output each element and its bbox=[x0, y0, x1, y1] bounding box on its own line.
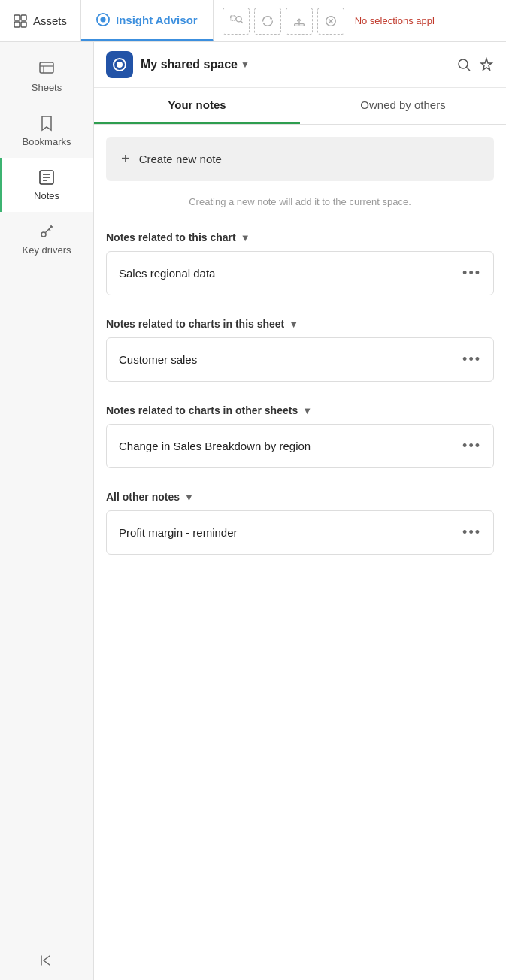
space-name[interactable]: My shared space ▼ bbox=[141, 58, 250, 71]
note-card-menu[interactable]: ••• bbox=[462, 265, 481, 281]
note-card-profit-margin[interactable]: Profit margin - reminder ••• bbox=[106, 510, 494, 555]
section-related-other-sheets-title: Notes related to charts in other sheets bbox=[106, 404, 298, 416]
space-header: My shared space ▼ bbox=[94, 42, 506, 88]
sidebar-item-sheets[interactable]: Sheets bbox=[0, 50, 93, 104]
section-related-sheet[interactable]: Notes related to charts in this sheet ▼ bbox=[94, 306, 506, 337]
export-icon[interactable] bbox=[286, 8, 313, 35]
no-selection-label: No selections appl bbox=[355, 15, 435, 26]
tab-your-notes[interactable]: Your notes bbox=[94, 88, 300, 124]
sidebar-item-bookmarks[interactable]: Bookmarks bbox=[0, 104, 93, 158]
note-card-menu[interactable]: ••• bbox=[462, 525, 481, 540]
svg-line-25 bbox=[49, 229, 50, 231]
collapse-icon bbox=[39, 953, 54, 968]
note-card-title: Customer sales bbox=[119, 353, 197, 366]
assets-icon bbox=[14, 14, 27, 28]
sheets-icon bbox=[38, 60, 56, 78]
key-drivers-icon bbox=[38, 222, 56, 240]
svg-line-8 bbox=[241, 21, 243, 23]
section-related-sheet-chevron: ▼ bbox=[289, 319, 298, 330]
create-note-button[interactable]: + Create new note bbox=[106, 137, 494, 181]
section-all-other-notes[interactable]: All other notes ▼ bbox=[94, 479, 506, 510]
assets-label: Assets bbox=[33, 14, 67, 27]
notes-label: Notes bbox=[34, 190, 59, 201]
section-related-other-sheets[interactable]: Notes related to charts in other sheets … bbox=[94, 392, 506, 424]
note-card-customer-sales[interactable]: Customer sales ••• bbox=[106, 337, 494, 382]
sidebar-item-notes[interactable]: Notes bbox=[0, 158, 93, 212]
svg-rect-14 bbox=[40, 62, 53, 73]
insight-label: Insight Advisor bbox=[116, 14, 198, 26]
sidebar-collapse-button[interactable] bbox=[0, 941, 93, 980]
svg-rect-0 bbox=[14, 15, 20, 20]
note-card-menu[interactable]: ••• bbox=[462, 438, 481, 454]
search-select-icon[interactable] bbox=[223, 8, 250, 35]
clear-selection-icon[interactable] bbox=[317, 8, 344, 35]
section-all-other-notes-chevron: ▼ bbox=[184, 492, 194, 503]
main-layout: Sheets Bookmarks Notes bbox=[0, 42, 506, 980]
section-related-chart[interactable]: Notes related to this chart ▼ bbox=[94, 219, 506, 251]
section-related-chart-title: Notes related to this chart bbox=[106, 231, 236, 243]
section-related-sheet-title: Notes related to charts in this sheet bbox=[106, 318, 284, 330]
svg-rect-2 bbox=[14, 22, 20, 27]
space-icon bbox=[106, 51, 133, 78]
pin-icon[interactable] bbox=[479, 57, 494, 72]
create-note-hint: Creating a new note will add it to the c… bbox=[106, 196, 494, 207]
svg-line-30 bbox=[467, 68, 471, 71]
bookmarks-label: Bookmarks bbox=[22, 136, 71, 147]
note-card-change-sales[interactable]: Change in Sales Breakdown by region ••• bbox=[106, 424, 494, 468]
plus-icon: + bbox=[121, 150, 130, 168]
svg-rect-6 bbox=[230, 15, 235, 20]
sidebar-item-key-drivers[interactable]: Key drivers bbox=[0, 212, 93, 266]
create-note-label: Create new note bbox=[139, 153, 222, 165]
refresh-icon[interactable] bbox=[254, 8, 281, 35]
note-card-title: Change in Sales Breakdown by region bbox=[119, 440, 311, 452]
section-related-other-sheets-chevron: ▼ bbox=[302, 405, 312, 416]
section-all-other-notes-title: All other notes bbox=[106, 491, 180, 503]
svg-point-21 bbox=[41, 232, 46, 237]
content-panel: My shared space ▼ Your notes Owned by ot… bbox=[94, 42, 506, 980]
note-card-sales-regional[interactable]: Sales regional data ••• bbox=[106, 251, 494, 295]
sheets-label: Sheets bbox=[32, 82, 62, 93]
svg-rect-3 bbox=[21, 22, 26, 27]
bookmarks-icon bbox=[38, 114, 56, 132]
assets-tab[interactable]: Assets bbox=[0, 0, 81, 41]
space-header-actions bbox=[456, 57, 494, 72]
svg-rect-1 bbox=[21, 15, 26, 20]
insight-advisor-tab[interactable]: Insight Advisor bbox=[81, 0, 214, 41]
svg-point-28 bbox=[117, 62, 123, 68]
tabs: Your notes Owned by others bbox=[94, 88, 506, 125]
note-card-menu[interactable]: ••• bbox=[462, 352, 481, 368]
insight-icon bbox=[96, 13, 110, 26]
svg-point-5 bbox=[100, 17, 105, 22]
top-bar-actions: No selections appl bbox=[214, 8, 506, 35]
space-logo-icon bbox=[111, 56, 128, 73]
sidebar: Sheets Bookmarks Notes bbox=[0, 42, 94, 980]
note-card-title: Sales regional data bbox=[119, 267, 215, 280]
section-related-chart-chevron: ▼ bbox=[241, 232, 250, 243]
top-bar: Assets Insight Advisor No selections app… bbox=[0, 0, 506, 42]
note-card-title: Profit margin - reminder bbox=[119, 526, 238, 539]
space-dropdown-icon: ▼ bbox=[241, 59, 250, 70]
key-drivers-label: Key drivers bbox=[22, 244, 71, 256]
notes-icon bbox=[38, 168, 56, 186]
svg-point-29 bbox=[459, 59, 468, 68]
tab-owned-by-others[interactable]: Owned by others bbox=[300, 88, 506, 124]
search-icon[interactable] bbox=[456, 57, 471, 72]
svg-point-7 bbox=[236, 16, 241, 21]
